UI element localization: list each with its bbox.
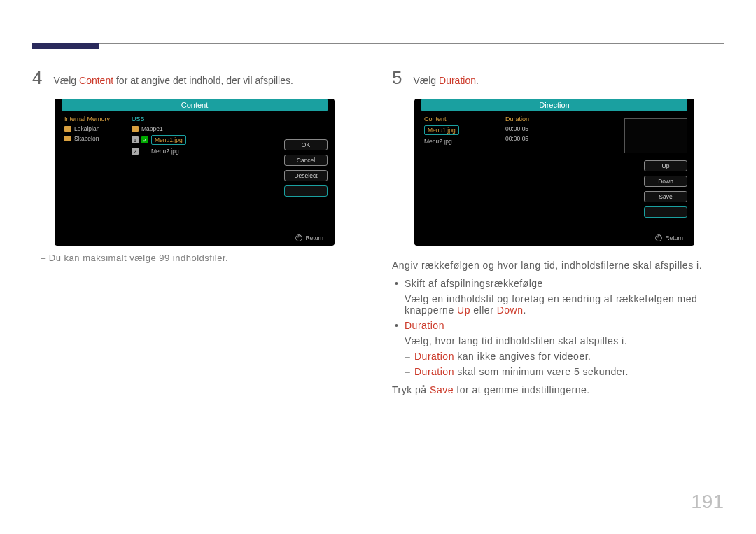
- bullet-duration-title: Duration: [392, 320, 724, 331]
- mock-title: Direction: [421, 99, 687, 111]
- save-button[interactable]: Save: [644, 191, 687, 202]
- list-item[interactable]: Skabelon: [62, 134, 125, 143]
- up-button[interactable]: Up: [644, 160, 687, 171]
- folder-icon: [132, 126, 139, 132]
- deselect-button[interactable]: Deselect: [284, 170, 328, 181]
- list-item[interactable]: Menu2.jpg: [421, 136, 498, 146]
- order-badge: 1: [132, 136, 139, 143]
- duration-value: 00:00:05: [503, 124, 566, 134]
- return-footer[interactable]: Return: [655, 234, 683, 241]
- intro-text: Angiv rækkefølgen og hvor lang tid, indh…: [392, 260, 724, 271]
- filename: Menu1.jpg: [151, 135, 186, 145]
- right-column: 5 Vælg Duration. Direction Content Menu1…: [392, 67, 724, 395]
- step-prefix: Vælg: [413, 75, 439, 86]
- usb-panel: USB Mappe1 1 ✓ Menu1.jpg 2 Menu2.jpg: [129, 114, 227, 197]
- return-label: Return: [665, 234, 683, 241]
- step-text: Vælg Duration.: [413, 75, 478, 86]
- highlight-button[interactable]: [284, 185, 328, 197]
- step-5-heading: 5 Vælg Duration.: [392, 67, 724, 89]
- step-number: 5: [392, 67, 402, 89]
- list-item-selected[interactable]: Menu1.jpg: [421, 124, 498, 136]
- order-badge: 2: [132, 148, 139, 155]
- instruction-block: Angiv rækkefølgen og hvor lang tid, indh…: [392, 260, 724, 395]
- keyword-down: Down: [497, 304, 524, 316]
- content-screenshot: Content Internal Memory Lokalplan Skabel…: [55, 99, 335, 246]
- list-item[interactable]: 2 Menu2.jpg: [129, 146, 227, 156]
- down-button[interactable]: Down: [644, 176, 687, 187]
- left-column: 4 Vælg Content for at angive det indhold…: [32, 67, 364, 395]
- folder-icon: [64, 136, 71, 141]
- horizontal-rule: [32, 43, 724, 44]
- list-item[interactable]: Mappe1: [129, 124, 227, 134]
- keyword-duration: Duration: [414, 366, 454, 377]
- list-item[interactable]: Lokalplan: [62, 124, 125, 134]
- filename: Menu2.jpg: [424, 138, 452, 145]
- sub-note-2: Duration skal som minimum være 5 sekunde…: [392, 366, 724, 377]
- right-button-panel: OK Cancel Deselect: [231, 114, 328, 197]
- keyword-duration: Duration: [414, 351, 454, 362]
- return-icon: [295, 234, 302, 241]
- duration-column-panel: Duration 00:00:05 00:00:05: [503, 114, 566, 218]
- list-item-selected[interactable]: 1 ✓ Menu1.jpg: [129, 134, 227, 146]
- return-icon: [655, 234, 662, 241]
- bullet-order-text: Vælg en indholdsfil og foretag en ændrin…: [392, 293, 724, 316]
- keyword-duration: Duration: [439, 75, 476, 86]
- page-number: 191: [691, 491, 724, 513]
- folder-icon: [64, 126, 71, 132]
- col-duration: Duration: [503, 114, 566, 124]
- col-usb: USB: [129, 114, 227, 124]
- accent-bar: [32, 43, 99, 49]
- bullet-duration-text: Vælg, hvor lang tid indholdsfilen skal a…: [392, 335, 724, 346]
- step-suffix: .: [476, 75, 479, 86]
- internal-memory-panel: Internal Memory Lokalplan Skabelon: [62, 114, 125, 197]
- check-icon: ✓: [141, 136, 148, 143]
- col-internal-memory: Internal Memory: [62, 114, 125, 124]
- step-4-heading: 4 Vælg Content for at angive det indhold…: [32, 67, 364, 89]
- ok-button[interactable]: OK: [284, 139, 328, 150]
- col-content: Content: [421, 114, 498, 124]
- final-line: Tryk på Save for at gemme indstillingern…: [392, 384, 724, 395]
- keyword-up: Up: [457, 304, 470, 316]
- footnote: Du kan maksimalt vælge 99 indholdsfiler.: [32, 253, 364, 263]
- highlight-button[interactable]: [644, 206, 687, 218]
- step-number: 4: [32, 67, 42, 89]
- content-column-panel: Content Menu1.jpg Menu2.jpg: [421, 114, 498, 218]
- preview-box: [624, 118, 687, 153]
- bullet-order-title: Skift af afspilningsrækkefølge: [392, 278, 724, 289]
- filename: Menu1.jpg: [424, 125, 459, 135]
- mock-title: Content: [62, 99, 328, 111]
- content-columns: 4 Vælg Content for at angive det indhold…: [0, 0, 756, 395]
- cancel-button[interactable]: Cancel: [284, 155, 328, 166]
- step-prefix: Vælg: [53, 75, 79, 86]
- keyword-save: Save: [430, 384, 454, 395]
- return-footer[interactable]: Return: [295, 234, 323, 241]
- keyword-content: Content: [79, 75, 113, 86]
- filename: Menu2.jpg: [151, 148, 179, 155]
- direction-screenshot: Direction Content Menu1.jpg Menu2.jpg Du…: [414, 99, 694, 246]
- right-button-panel: Up Down Save: [570, 114, 687, 218]
- return-label: Return: [305, 234, 323, 241]
- step-suffix: for at angive det indhold, der vil afspi…: [113, 75, 293, 86]
- sub-note-1: Duration kan ikke angives for videoer.: [392, 351, 724, 362]
- step-text: Vælg Content for at angive det indhold, …: [53, 75, 293, 86]
- keyword-duration: Duration: [405, 320, 444, 331]
- duration-value: 00:00:05: [503, 134, 566, 143]
